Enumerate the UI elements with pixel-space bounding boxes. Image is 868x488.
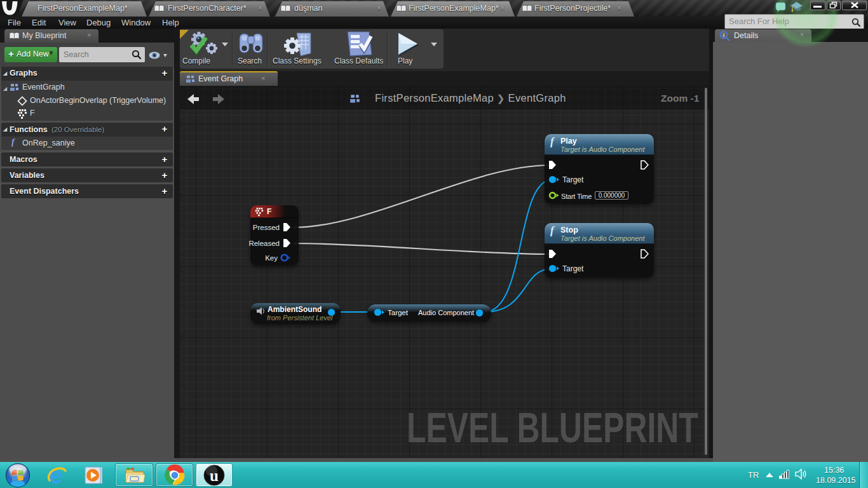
svg-text:e: e	[50, 463, 62, 488]
svg-text:u: u	[210, 467, 219, 484]
